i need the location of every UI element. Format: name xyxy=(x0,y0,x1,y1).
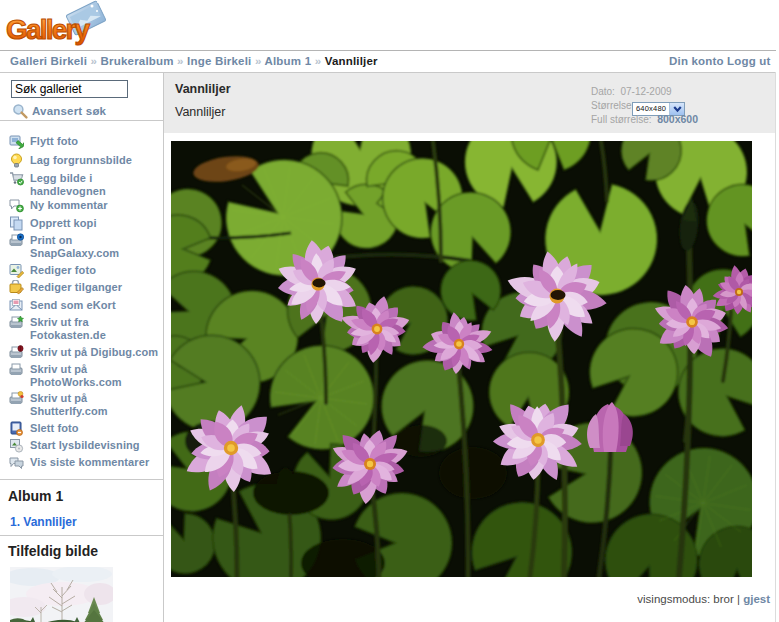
svg-text:Gallery: Gallery xyxy=(6,14,91,45)
